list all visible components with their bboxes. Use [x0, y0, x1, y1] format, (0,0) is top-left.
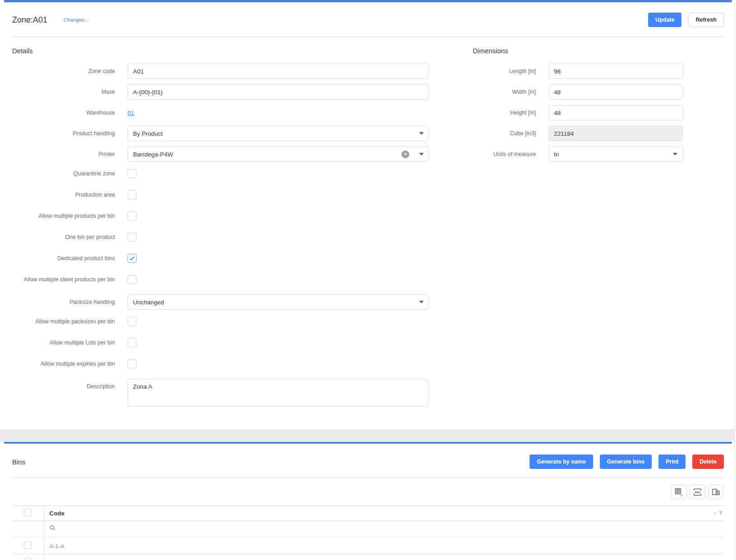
table-header-row: Code ↑	[12, 506, 724, 521]
details-section: Details Zone code Mask Warehouse 01 Prod…	[12, 47, 429, 412]
dedicated-product-bins-label: Dedicated product bins	[12, 255, 115, 262]
allow-multiple-expiries-label: Allow multiple expiries per bin	[12, 361, 115, 367]
mask-input[interactable]	[128, 84, 429, 100]
dimensions-heading: Dimensions	[473, 47, 683, 55]
changes-link[interactable]: Changes...	[64, 17, 89, 23]
units-of-measure-select[interactable]: In	[549, 147, 683, 162]
chevron-down-icon[interactable]	[673, 153, 677, 156]
units-of-measure-label: Units of measure	[473, 151, 536, 157]
grid-toolbar: x xlsx	[4, 477, 732, 499]
allow-multiple-products-checkbox[interactable]	[128, 211, 137, 220]
xlsx-icon: xlsx	[693, 488, 702, 496]
width-row: Width [In]	[473, 84, 683, 100]
sort-ascending-icon[interactable]: ↑	[713, 510, 717, 517]
clear-icon[interactable]: ✕	[402, 151, 409, 158]
printer-select[interactable]: Barrdega-P4W ✕	[128, 147, 429, 162]
page-title: Zone:A01	[12, 15, 47, 25]
bins-table: Code ↑	[12, 505, 724, 560]
height-input[interactable]	[549, 105, 683, 120]
allow-multiple-expiries-checkbox[interactable]	[128, 359, 137, 368]
check-icon	[129, 255, 135, 262]
export-grid-button[interactable]: x	[671, 485, 687, 499]
print-button[interactable]: Print	[658, 454, 686, 469]
bin-code-link[interactable]: A-1-A	[50, 543, 64, 550]
printer-value: Barrdega-P4W	[133, 151, 402, 158]
one-bin-per-product-checkbox[interactable]	[128, 233, 137, 242]
width-input[interactable]	[549, 84, 683, 100]
generate-by-name-button[interactable]: Generate by name	[530, 454, 593, 469]
update-button[interactable]: Update	[648, 13, 681, 27]
allow-multiple-packsizes-checkbox[interactable]	[128, 317, 137, 326]
generate-bins-button[interactable]: Generate bins	[600, 454, 652, 469]
product-handling-row: Product handling By Product	[12, 126, 429, 141]
export-xlsx-button[interactable]: xlsx	[690, 485, 705, 499]
allow-multiple-products-label: Allow multiple products per bin	[12, 213, 115, 219]
one-bin-per-product-label: One bin per product	[12, 234, 115, 240]
packsize-handling-value: Unchanged	[133, 299, 416, 306]
packsize-handling-label: Packsize handling	[12, 299, 115, 305]
cube-readonly-field	[549, 126, 683, 141]
cube-label: Cube [In3]	[473, 130, 536, 137]
row-checkbox[interactable]	[24, 558, 32, 560]
table-row: A-10-A	[12, 555, 724, 560]
filter-empty-cell	[12, 521, 44, 537]
height-row: Height [In]	[473, 105, 683, 120]
description-input[interactable]: Zona A	[128, 379, 429, 407]
code-filter-cell[interactable]	[44, 521, 724, 537]
svg-text:xlsx: xlsx	[695, 491, 700, 494]
quarantine-zone-row: Quarantine zone	[12, 167, 429, 180]
bins-header: Bins Generate by name Generate bins Prin…	[4, 444, 732, 469]
dedicated-product-bins-checkbox[interactable]	[128, 254, 137, 263]
warehouse-label: Warehouse	[12, 110, 115, 116]
dedicated-product-bins-row: Dedicated product bins	[12, 252, 429, 265]
scrollbar[interactable]	[734, 0, 736, 560]
chevron-down-icon[interactable]	[419, 153, 424, 156]
column-chooser-button[interactable]	[708, 485, 724, 499]
warehouse-link[interactable]: 01	[128, 110, 134, 116]
column-chooser-icon	[712, 488, 720, 496]
chevron-down-icon[interactable]	[419, 132, 424, 135]
one-bin-per-product-row: One bin per product	[12, 231, 429, 243]
allow-multiple-lots-row: Allow multiple Lots per bin	[12, 336, 429, 349]
description-label: Description	[12, 379, 115, 390]
filter-funnel-icon[interactable]	[718, 510, 724, 516]
length-input[interactable]	[549, 64, 683, 79]
height-label: Height [In]	[473, 110, 536, 116]
units-of-measure-row: Units of measure In	[473, 147, 683, 162]
refresh-button[interactable]: Refresh	[688, 13, 724, 27]
select-all-checkbox[interactable]	[24, 509, 32, 516]
zone-code-input[interactable]	[128, 64, 429, 79]
allow-multiple-expiries-row: Allow multiple expiries per bin	[12, 358, 429, 370]
warehouse-row: Warehouse 01	[12, 105, 429, 120]
width-label: Width [In]	[473, 89, 536, 95]
printer-row: Printer Barrdega-P4W ✕	[12, 147, 429, 162]
production-area-row: Production area	[12, 188, 429, 201]
section-gap	[0, 429, 736, 442]
quarantine-zone-label: Quarantine zone	[12, 170, 115, 177]
allow-multiple-client-products-label: Allow multiple client products per bin	[12, 276, 115, 283]
table-row: A-1-A	[12, 537, 724, 555]
row-checkbox[interactable]	[24, 541, 32, 549]
packsize-handling-select[interactable]: Unchanged	[128, 294, 429, 310]
zone-header: Zone:A01 Changes... Update Refresh	[4, 2, 732, 28]
product-handling-select[interactable]: By Product	[128, 126, 429, 141]
zone-code-label: Zone code	[12, 68, 115, 74]
mask-row: Mask	[12, 84, 429, 100]
zone-code-row: Zone code	[12, 64, 429, 79]
quarantine-zone-checkbox[interactable]	[128, 169, 137, 178]
mask-label: Mask	[12, 89, 115, 95]
allow-multiple-client-products-checkbox[interactable]	[128, 275, 137, 284]
length-label: Length [In]	[473, 68, 536, 74]
cube-row: Cube [In3]	[473, 126, 683, 141]
product-handling-value: By Product	[133, 130, 416, 137]
zone-detail-card: Zone:A01 Changes... Update Refresh Detai…	[4, 0, 732, 429]
allow-multiple-client-products-row: Allow multiple client products per bin	[12, 273, 429, 286]
code-column-header[interactable]: Code ↑	[44, 506, 724, 521]
allow-multiple-lots-checkbox[interactable]	[128, 338, 137, 347]
printer-label: Printer	[12, 151, 115, 157]
production-area-checkbox[interactable]	[128, 190, 137, 199]
select-all-cell	[12, 506, 44, 521]
chevron-down-icon[interactable]	[419, 301, 424, 303]
delete-button[interactable]: Delete	[692, 454, 724, 469]
allow-multiple-products-row: Allow multiple products per bin	[12, 210, 429, 222]
